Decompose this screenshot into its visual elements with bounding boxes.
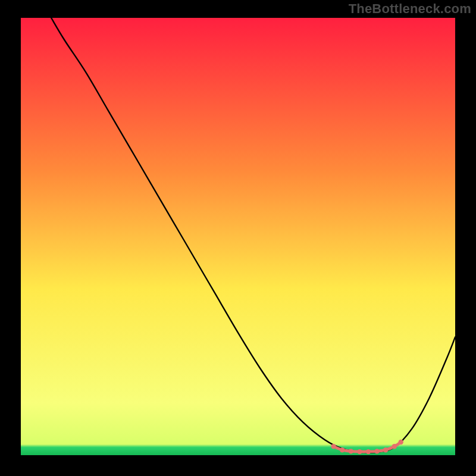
highlight-dot <box>399 440 403 444</box>
highlight-dot <box>392 444 397 449</box>
highlight-dot <box>374 449 379 453</box>
highlight-dot <box>349 449 353 453</box>
chart-root: TheBottleneck.com <box>0 0 476 476</box>
gradient-background <box>21 18 455 455</box>
highlight-dot <box>340 447 345 452</box>
highlight-dot <box>366 449 371 454</box>
plot-svg <box>21 18 455 455</box>
highlight-dot <box>357 449 362 454</box>
highlight-dot <box>383 447 388 452</box>
plot-area <box>21 18 455 455</box>
highlight-dot <box>331 444 336 449</box>
watermark-text: TheBottleneck.com <box>349 1 471 17</box>
